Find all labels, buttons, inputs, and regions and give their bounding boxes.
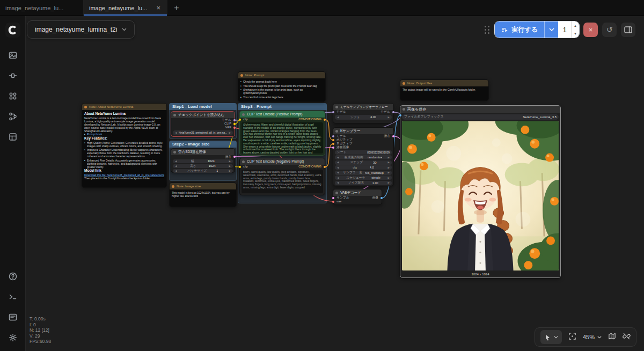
- output-vae[interactable]: VAE: [225, 126, 231, 129]
- cfg-widget[interactable]: cfg 4.0: [335, 165, 392, 170]
- control-after-generate-widget[interactable]: 生成後の制御 randomize: [335, 155, 392, 159]
- conditioning-port-icon[interactable]: [324, 119, 326, 121]
- output-conditioning[interactable]: CONDITIONING: [298, 165, 321, 169]
- fit-view-button[interactable]: [568, 332, 576, 342]
- steps-widget[interactable]: ステップ 30: [335, 160, 392, 165]
- model-sampling-auraflow-node[interactable]: モデルサンプリングオーラフロー モデルモデル シフト 4.00: [333, 103, 394, 123]
- sidebar-item-model-library[interactable]: [3, 86, 23, 106]
- latent-port-icon[interactable]: [332, 197, 334, 199]
- toggle-panel-button[interactable]: [621, 23, 635, 37]
- cancel-run-button[interactable]: ×: [583, 23, 598, 37]
- ksampler-node[interactable]: Kサンプラー モデル潜在 ポジティブ ネガティブ 潜在画像 シード 850852…: [333, 127, 394, 186]
- stepper-down-icon[interactable]: ▼: [572, 30, 579, 38]
- sidebar-item-node-library[interactable]: [3, 66, 23, 85]
- batch-count-input[interactable]: 1 ▲ ▼: [558, 21, 579, 38]
- model-port-icon[interactable]: [233, 119, 236, 121]
- batch-size-widget[interactable]: バッチサイズ 1: [173, 169, 233, 173]
- image-resolution-caption: 1024 x 1024: [400, 272, 560, 277]
- conditioning-port-icon[interactable]: [332, 139, 334, 141]
- note-output-files-node[interactable]: Note: Output files The output image will…: [400, 79, 489, 101]
- input-vae[interactable]: vae: [336, 200, 341, 203]
- generated-image-preview[interactable]: [402, 121, 559, 270]
- output-model[interactable]: モデル: [380, 110, 390, 114]
- comfyui-logo[interactable]: [5, 23, 20, 38]
- note-image-size-node[interactable]: Note: Image size This model is best at 1…: [169, 182, 237, 207]
- zoom-level-dropdown[interactable]: 45%: [583, 334, 602, 340]
- pointer-tool-button[interactable]: [540, 330, 562, 344]
- clip-port-icon[interactable]: [239, 119, 241, 121]
- sidebar-item-workflows[interactable]: [3, 107, 23, 126]
- filename-prefix-widget[interactable]: ファイル名プレフィックス NetaYume_Lumina_3.5: [402, 114, 559, 120]
- vae-decode-node[interactable]: VAEデコード サンプル画像 vae: [333, 189, 382, 205]
- load-checkpoint-node[interactable]: チェックポイントを読み込む モデル CLIP VAE NetaYume35_pr…: [171, 111, 235, 137]
- run-button[interactable]: 実行する: [495, 21, 544, 38]
- ckpt-name-widget[interactable]: NetaYume35_pretrained_all_in_one.sa...: [173, 130, 233, 135]
- sidebar-item-queue[interactable]: [3, 46, 23, 65]
- clip-port-icon[interactable]: [239, 166, 241, 168]
- input-model[interactable]: モデル: [336, 134, 346, 138]
- input-negative[interactable]: ネガティブ: [336, 142, 353, 145]
- conditioning-port-icon[interactable]: [324, 166, 326, 168]
- vae-port-icon[interactable]: [233, 127, 236, 129]
- positive-prompt-textarea[interactable]: @cheerypusu, Warm and cheerful digital i…: [241, 122, 323, 153]
- output-clip[interactable]: CLIP: [224, 122, 231, 126]
- model-port-icon[interactable]: [392, 111, 394, 113]
- chevron-down-icon: [549, 28, 554, 32]
- drag-handle[interactable]: [485, 26, 489, 34]
- batch-count-stepper[interactable]: ▲ ▼: [571, 21, 579, 38]
- note-prompt-node[interactable]: Note: Prompt Check the prompt book here …: [238, 71, 326, 102]
- height-widget[interactable]: 高さ 1024: [173, 164, 233, 169]
- seed-widget[interactable]: シード 850852259833039: [335, 150, 392, 155]
- clip-port-icon[interactable]: [233, 123, 236, 125]
- denoise-widget[interactable]: ノイズ除去 1.00: [335, 181, 392, 185]
- model-port-icon[interactable]: [332, 111, 334, 113]
- minimap-toggle-button[interactable]: [608, 332, 616, 342]
- run-options-button[interactable]: [544, 21, 558, 38]
- latent-port-icon[interactable]: [233, 156, 236, 158]
- close-tab-icon[interactable]: ×: [155, 4, 162, 12]
- sidebar-item-logs[interactable]: [3, 308, 23, 327]
- workflow-name-dropdown[interactable]: image_netayume_lumina_t2i: [27, 20, 135, 39]
- conditioning-port-icon[interactable]: [332, 143, 334, 145]
- input-clip[interactable]: clip: [243, 118, 248, 121]
- vae-port-icon[interactable]: [332, 201, 334, 203]
- negative-prompt-textarea[interactable]: blurry, worst quality, low quality, jpeg…: [241, 170, 323, 193]
- output-model[interactable]: モデル: [222, 118, 231, 122]
- new-tab-button[interactable]: +: [167, 0, 186, 16]
- sidebar-item-settings[interactable]: [3, 328, 23, 347]
- prompt-book-link[interactable]: Prompt book: [87, 133, 164, 136]
- output-image[interactable]: 画像: [372, 196, 378, 200]
- input-model[interactable]: モデル: [336, 110, 346, 114]
- toggle-links-button[interactable]: [623, 332, 631, 342]
- stepper-up-icon[interactable]: ▲: [572, 21, 579, 30]
- output-latent[interactable]: 潜在: [225, 155, 231, 158]
- shift-widget[interactable]: シフト 4.00: [335, 115, 392, 120]
- save-image-node[interactable]: 画像を保存 ファイル名プレフィックス NetaYume_Lumina_3.5: [400, 105, 561, 278]
- scheduler-widget[interactable]: スケジューラ simple: [335, 176, 392, 180]
- sidebar-item-templates[interactable]: [3, 127, 23, 147]
- input-latent[interactable]: 潜在画像: [336, 145, 349, 149]
- tab-workflow-1[interactable]: image_netayume_lu...: [0, 0, 84, 16]
- history-button[interactable]: ↺: [602, 23, 617, 37]
- model-port-icon[interactable]: [332, 135, 334, 137]
- sidebar-item-terminal[interactable]: [3, 287, 23, 306]
- width-widget[interactable]: 幅 1024: [173, 159, 233, 164]
- empty-latent-node[interactable]: 空のSD3潜在画像 潜在 幅 1024 高さ 1024 バッチサイズ 1: [171, 148, 235, 173]
- latent-port-icon[interactable]: [392, 135, 394, 137]
- input-positive[interactable]: ポジティブ: [336, 138, 353, 142]
- sidebar-item-help[interactable]: [3, 267, 23, 286]
- image-port-icon[interactable]: [399, 114, 401, 116]
- input-samples[interactable]: サンプル: [336, 196, 349, 200]
- clip-text-encode-positive-node[interactable]: CLIP Text Encode (Positive Prompt) clipC…: [239, 111, 325, 156]
- link-off-icon: [623, 332, 631, 340]
- output-conditioning[interactable]: CONDITIONING: [298, 118, 321, 121]
- clip-text-encode-negative-node[interactable]: CLIP Text Encode (Negative Prompt) clipC…: [239, 158, 325, 195]
- output-latent[interactable]: 潜在: [384, 134, 390, 138]
- latent-port-icon[interactable]: [332, 147, 334, 149]
- tab-workflow-2[interactable]: image_netayume_lu... ×: [84, 0, 167, 16]
- note-about-node[interactable]: Note: About NetaYume Lumina About NetaYu…: [82, 103, 167, 188]
- tab-label: image_netayume_lu...: [5, 5, 78, 11]
- sampler-name-widget[interactable]: サンプラー名 res_multistep: [335, 171, 392, 175]
- image-port-icon[interactable]: [380, 197, 383, 199]
- input-clip[interactable]: clip: [243, 165, 248, 169]
